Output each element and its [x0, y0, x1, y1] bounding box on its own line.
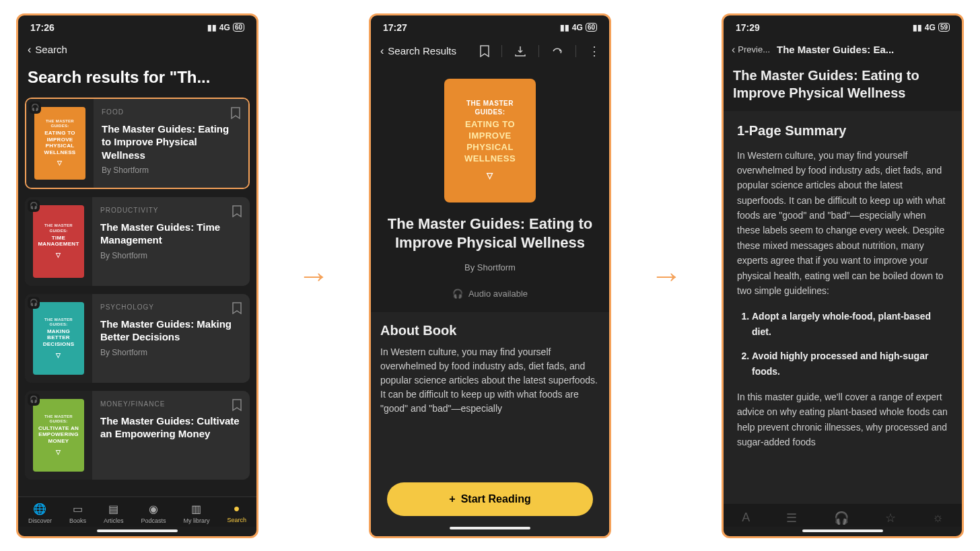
divider — [575, 45, 576, 57]
result-title: The Master Guides: Eating to Improve Phy… — [102, 122, 240, 162]
home-indicator — [450, 527, 530, 529]
header-title: The Master Guides: Ea... — [777, 44, 894, 55]
nav-books[interactable]: ▭Books — [69, 503, 86, 524]
back-button[interactable]: ‹ Search Results — [380, 45, 456, 57]
book-icon: ▭ — [73, 503, 83, 515]
nav-library[interactable]: ▥My library — [183, 503, 209, 524]
list-item: Adopt a largely whole-food, plant-based … — [752, 309, 948, 339]
divider — [501, 45, 502, 57]
paragraph: In this master guide, we'll cover a rang… — [737, 390, 948, 450]
result-author: By Shortform — [100, 251, 242, 260]
fade-overlay — [724, 464, 962, 504]
summary-heading: 1-Page Summary — [737, 123, 948, 139]
status-bar: 17:29 ▮▮ 4G 59 — [724, 15, 962, 37]
search-results-screen: 17:26 ▮▮ 4G 60 ‹ Search Search results f… — [16, 13, 258, 538]
signal-icon: ▮▮ — [913, 23, 922, 32]
download-icon[interactable] — [514, 45, 526, 57]
headphones-icon: 🎧 — [29, 102, 41, 114]
bookmark-icon[interactable] — [232, 302, 242, 314]
audio-available: 🎧 Audio available — [371, 289, 609, 299]
bookmark-icon[interactable] — [480, 45, 489, 57]
book-cover: THE MASTER GUIDES: EATING TO IMPROVE PHY… — [34, 107, 85, 180]
about-text: In Western culture, you may find yoursel… — [380, 345, 600, 416]
plus-icon: + — [449, 493, 455, 505]
back-label: Search Results — [388, 45, 456, 57]
article-icon: ▤ — [108, 503, 118, 515]
flow-arrow-icon: → — [650, 257, 682, 294]
page-title: Search results for "Th... — [18, 63, 256, 98]
start-reading-button[interactable]: + Start Reading — [387, 482, 593, 516]
result-title: The Master Guides: Cultivate an Empoweri… — [100, 414, 242, 441]
book-title: The Master Guides: Eating to Improve Phy… — [371, 215, 609, 253]
reader-header: ‹ Previe... The Master Guides: Ea... — [724, 37, 962, 63]
result-card[interactable]: 🎧 THE MASTER GUIDES: EATING TO IMPROVE P… — [25, 98, 250, 189]
cover-area: 🎧 THE MASTER GUIDES: EATING TO IMPROVE P… — [26, 99, 94, 188]
about-heading: About Book — [380, 323, 600, 338]
chevron-left-icon: ‹ — [732, 44, 735, 56]
book-detail-screen: 17:27 ▮▮ 4G 60 ‹ Search Results ⋮ — [369, 13, 611, 538]
result-title: The Master Guides: Time Management — [100, 221, 242, 247]
status-bar: 17:26 ▮▮ 4G 60 — [18, 15, 256, 37]
bottom-nav: 🌐Discover ▭Books ▤Articles ◉Podcasts ▥My… — [18, 497, 256, 527]
signal-icon: ▮▮ — [207, 23, 217, 32]
list-item: Avoid highly processed and high-sugar fo… — [752, 348, 948, 379]
result-card[interactable]: 🎧 THE MASTER GUIDES: CULTIVATE AN EMPOWE… — [25, 391, 250, 480]
nav-row: ‹ Search Results ⋮ — [371, 37, 609, 65]
status-right: ▮▮ 4G 60 — [560, 23, 597, 32]
results-list: 🎧 THE MASTER GUIDES: EATING TO IMPROVE P… — [18, 98, 256, 497]
podcast-icon: ◉ — [149, 503, 158, 515]
nav-podcasts[interactable]: ◉Podcasts — [141, 503, 166, 524]
back-button[interactable]: ‹ Search — [28, 44, 67, 56]
home-indicator — [802, 529, 883, 532]
signal-icon: ▮▮ — [560, 23, 569, 32]
article-title: The Master Guides: Eating to Improve Phy… — [724, 63, 962, 111]
bookmark-icon[interactable] — [232, 205, 242, 217]
card-body: PSYCHOLOGY The Master Guides: Making Bet… — [92, 294, 250, 383]
book-cover: THE MASTER GUIDES: CULTIVATE AN EMPOWERI… — [33, 399, 84, 472]
card-body: PRODUCTIVITY The Master Guides: Time Man… — [92, 197, 250, 286]
font-icon[interactable]: A — [742, 511, 750, 525]
action-icons: ⋮ — [480, 44, 600, 59]
book-cover-large: THE MASTER GUIDES: EATING TO IMPROVE PHY… — [444, 79, 536, 203]
status-right: ▮▮ 4G 60 — [207, 23, 244, 32]
globe-icon: 🌐 — [33, 503, 46, 515]
detail-body: THE MASTER GUIDES: EATING TO IMPROVE PHY… — [371, 65, 609, 536]
search-icon: ● — [234, 503, 240, 515]
nav-discover[interactable]: 🌐Discover — [28, 503, 52, 524]
nav-row: ‹ Search — [18, 37, 256, 63]
back-label: Search — [35, 44, 67, 55]
status-bar: 17:27 ▮▮ 4G 60 — [371, 15, 609, 37]
cover-area: 🎧 THE MASTER GUIDES: TIME MANAGEMENT ▽ — [25, 197, 92, 286]
star-icon[interactable]: ☆ — [885, 511, 896, 525]
book-cover: THE MASTER GUIDES: MAKING BETTER DECISIO… — [33, 302, 84, 375]
cover-area: 🎧 THE MASTER GUIDES: MAKING BETTER DECIS… — [25, 294, 92, 383]
battery-indicator: 60 — [233, 23, 244, 32]
headphones-icon: 🎧 — [28, 297, 40, 309]
bookmark-icon[interactable] — [231, 107, 240, 119]
card-body: FOOD The Master Guides: Eating to Improv… — [94, 99, 248, 188]
headphones-icon[interactable]: 🎧 — [834, 511, 849, 525]
headphones-icon: 🎧 — [452, 289, 463, 299]
nav-articles[interactable]: ▤Articles — [104, 503, 124, 524]
reader-screen: 17:29 ▮▮ 4G 59 ‹ Previe... The Master Gu… — [722, 13, 964, 538]
result-card[interactable]: 🎧 THE MASTER GUIDES: MAKING BETTER DECIS… — [25, 294, 250, 383]
card-body: MONEY/FINANCE The Master Guides: Cultiva… — [92, 391, 250, 480]
nav-search[interactable]: ●Search — [227, 503, 246, 524]
guideline-list: Adopt a largely whole-food, plant-based … — [737, 309, 948, 379]
network-label: 4G — [572, 23, 583, 32]
home-indicator — [97, 529, 178, 532]
status-time: 17:29 — [736, 22, 760, 33]
network-label: 4G — [925, 23, 936, 32]
share-icon[interactable] — [551, 45, 563, 57]
status-time: 17:26 — [30, 22, 55, 33]
brightness-icon[interactable]: ☼ — [932, 511, 944, 525]
back-button[interactable]: ‹ Previe... — [732, 44, 770, 56]
status-time: 17:27 — [383, 22, 407, 33]
reader-toolbar: A ☰ 🎧 ☆ ☼ — [724, 504, 962, 527]
network-label: 4G — [219, 23, 230, 32]
result-card[interactable]: 🎧 THE MASTER GUIDES: TIME MANAGEMENT ▽ P… — [25, 197, 250, 286]
bookmark-icon[interactable] — [232, 399, 242, 411]
contents-icon[interactable]: ☰ — [786, 511, 797, 525]
article-body[interactable]: 1-Page Summary In Western culture, you m… — [724, 111, 962, 504]
more-icon[interactable]: ⋮ — [588, 44, 600, 59]
